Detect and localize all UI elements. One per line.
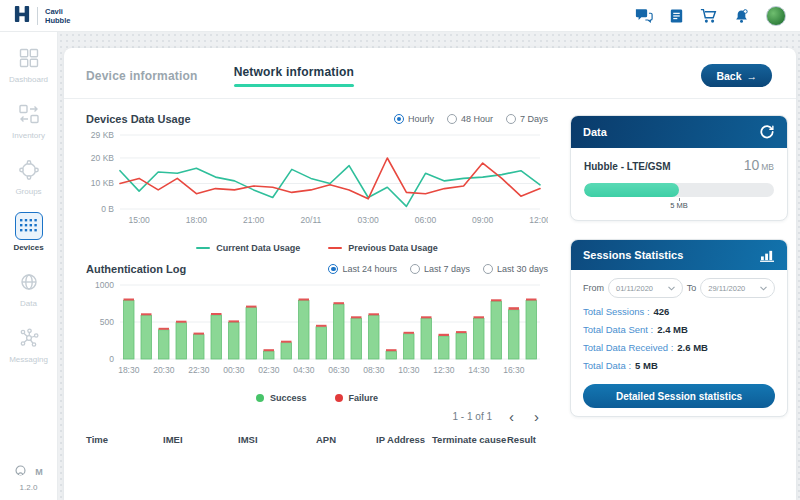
svg-text:15:00: 15:00	[128, 215, 150, 225]
auth-log-header: Authentication Log Last 24 hours Last 7 …	[86, 263, 548, 275]
legend-label: Success	[270, 393, 307, 403]
dashboard-icon	[15, 44, 43, 72]
radio-icon	[410, 264, 420, 274]
from-label: From	[583, 283, 604, 293]
sidebar-label: Devices	[13, 243, 43, 252]
svg-text:02:30: 02:30	[258, 365, 280, 375]
data-card-header: Data	[571, 116, 787, 148]
legend-current-data-usage: Current Data Usage	[196, 243, 300, 253]
info-column: Data Hubble - LTE/GSM 10 MB	[570, 105, 788, 445]
data-usage-interval-radios: Hourly 48 Hour 7 Days	[394, 114, 548, 124]
logo-line2: Hubble	[45, 16, 70, 25]
legend-failure: Failure	[335, 393, 379, 403]
svg-text:1000: 1000	[95, 280, 114, 290]
data-total-unit: MB	[761, 162, 774, 172]
from-date-select[interactable]: 01/11/2020	[608, 278, 683, 298]
stat-total-sessions: Total Sessions : 426	[583, 306, 775, 324]
top-header: Cavli Hubble	[0, 0, 800, 32]
stat-label: Total Data Sent :	[583, 324, 653, 335]
sidebar-item-messaging[interactable]: Messaging	[0, 324, 57, 364]
svg-text:18:00: 18:00	[186, 215, 208, 225]
radio-icon	[447, 114, 457, 124]
app-version: 1.2.0	[20, 483, 38, 492]
svg-text:18:30: 18:30	[118, 365, 140, 375]
stat-label: Total Data :	[583, 360, 631, 371]
svg-text:0: 0	[109, 354, 114, 364]
stat-label: Total Data Received :	[583, 342, 673, 353]
radio-label: Hourly	[408, 114, 434, 124]
sidebar-item-inventory[interactable]: Inventory	[0, 100, 57, 140]
to-label: To	[687, 283, 697, 293]
sidebar-item-groups[interactable]: Groups	[0, 156, 57, 196]
sidebar-item-data[interactable]: Data	[0, 268, 57, 308]
sidebar-label: Messaging	[9, 355, 48, 364]
svg-text:21:00: 21:00	[243, 215, 265, 225]
logo-text: Cavli Hubble	[45, 7, 70, 25]
stat-total-data: Total Data : 5 MB	[583, 360, 775, 378]
sidebar-label: Inventory	[12, 131, 45, 140]
logo-divider	[37, 7, 38, 25]
sidebar-label: Data	[20, 299, 37, 308]
to-date-value: 29/11/2020	[708, 284, 745, 293]
inventory-icon	[15, 100, 43, 128]
svg-text:16:30: 16:30	[503, 365, 525, 375]
date-range-row: From 01/11/2020 To 29/11/2020	[583, 278, 775, 298]
radio-last-30-days[interactable]: Last 30 days	[483, 264, 548, 274]
charts-column: Devices Data Usage Hourly 48 Hour	[86, 105, 548, 445]
refresh-icon[interactable]	[759, 124, 775, 140]
to-date-select[interactable]: 29/11/2020	[700, 278, 775, 298]
svg-text:09:00: 09:00	[472, 215, 494, 225]
radio-48hour[interactable]: 48 Hour	[447, 114, 493, 124]
pagination-prev-icon[interactable]: ‹	[506, 409, 517, 424]
sessions-card-title: Sessions Statistics	[583, 249, 683, 261]
svg-text:10:30: 10:30	[398, 365, 420, 375]
svg-text:0 B: 0 B	[101, 204, 114, 214]
radio-hourly[interactable]: Hourly	[394, 114, 434, 124]
radio-7days[interactable]: 7 Days	[506, 114, 548, 124]
legend-label: Failure	[349, 393, 379, 403]
radio-label: Last 24 hours	[342, 264, 397, 274]
radio-last-24-hours[interactable]: Last 24 hours	[328, 264, 397, 274]
pagination-next-icon[interactable]: ›	[531, 409, 542, 424]
globe-icon	[15, 268, 43, 296]
col-time: Time	[86, 434, 163, 445]
radio-label: Last 30 days	[497, 264, 548, 274]
back-button[interactable]: Back →	[701, 64, 772, 87]
document-icon[interactable]	[670, 8, 683, 24]
data-usage-line-chart: 29 KB20 KB10 KB0 B15:0018:0021:0020/1103…	[86, 125, 548, 241]
radio-last-7-days[interactable]: Last 7 days	[410, 264, 470, 274]
main-card: Device information Network information B…	[64, 48, 796, 500]
bell-icon[interactable]	[734, 8, 749, 24]
cart-icon[interactable]	[700, 8, 717, 24]
sidebar-label: Dashboard	[9, 75, 48, 84]
svg-text:08:30: 08:30	[363, 365, 385, 375]
green-dash-icon	[196, 247, 210, 250]
sidebar-item-devices[interactable]: Devices	[0, 212, 57, 252]
svg-text:04:30: 04:30	[293, 365, 315, 375]
col-apn: APN	[316, 434, 376, 445]
tab-device-information[interactable]: Device information	[86, 69, 198, 83]
red-dash-icon	[328, 247, 342, 250]
stat-value: 2.6 MB	[677, 342, 708, 353]
auth-log-bar-chart: 1000500018:3020:3022:3000:3002:3004:3006…	[86, 275, 548, 391]
progress-track	[584, 183, 774, 197]
session-stats: Total Sessions : 426 Total Data Sent : 2…	[583, 306, 775, 378]
svg-text:20:30: 20:30	[153, 365, 175, 375]
user-avatar[interactable]	[766, 6, 786, 26]
progress-fill	[584, 183, 679, 197]
chat-icon[interactable]	[635, 8, 653, 23]
sidebar-item-dashboard[interactable]: Dashboard	[0, 44, 57, 84]
auth-log-title: Authentication Log	[86, 263, 186, 275]
col-imsi: IMSI	[238, 434, 316, 445]
tab-network-information[interactable]: Network information	[234, 65, 354, 87]
legend-previous-data-usage: Previous Data Usage	[328, 243, 438, 253]
svg-text:12:00: 12:00	[529, 215, 548, 225]
m-logo-icon[interactable]: M	[35, 467, 43, 477]
svg-text:06:00: 06:00	[415, 215, 437, 225]
progress-used-label: 5 MB	[670, 201, 688, 210]
detailed-session-statistics-button[interactable]: Detailed Session statistics	[583, 384, 775, 408]
radio-icon	[328, 264, 338, 274]
github-icon[interactable]	[14, 463, 27, 481]
data-card-body: Hubble - LTE/GSM 10 MB 5 MB	[571, 148, 787, 220]
radio-icon	[483, 264, 493, 274]
